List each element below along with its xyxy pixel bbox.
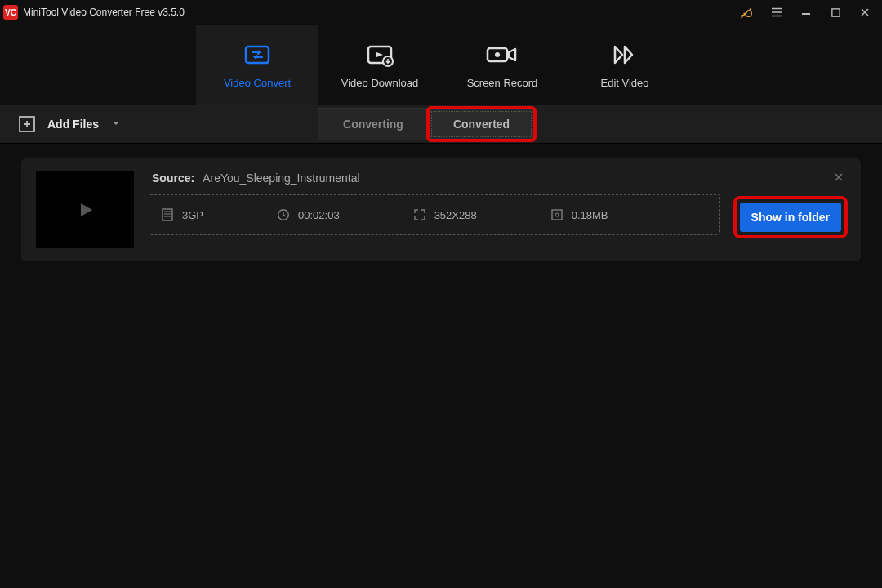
info-size: 0.18MB [550,208,608,221]
add-files-button[interactable]: Add Files [11,112,130,136]
convert-icon [241,41,274,69]
resolution-icon [413,208,426,221]
tab-converting[interactable]: Converting [318,108,429,140]
converted-item-card: Source: AreYou_Sleeping_Instrumental 3GP… [21,158,861,261]
info-resolution: 352X288 [413,208,477,221]
content-area: Source: AreYou_Sleeping_Instrumental 3GP… [0,144,882,276]
duration-value: 00:02:03 [298,209,340,221]
tab-edit-video[interactable]: Edit Video [564,24,686,105]
tab-video-download[interactable]: Video Download [318,24,441,105]
title-bar: VC MiniTool Video Converter Free v3.5.0 [0,0,882,24]
main-tab-bar: Video Convert Video Download Screen Reco… [0,24,882,105]
source-row: Source: AreYou_Sleeping_Instrumental [149,172,720,185]
record-icon [484,41,520,69]
resolution-value: 352X288 [434,209,477,221]
app-title: MiniTool Video Converter Free v3.5.0 [23,7,185,18]
tab-label: Edit Video [600,77,648,89]
svg-rect-8 [163,209,172,220]
remove-item-button[interactable] [833,172,846,185]
tab-screen-record[interactable]: Screen Record [441,24,564,105]
disk-icon [550,208,564,221]
svg-point-11 [555,213,559,216]
file-icon [161,208,174,221]
key-icon[interactable] [740,5,755,20]
edit-icon [610,41,639,69]
video-thumbnail[interactable] [36,172,134,248]
svg-point-6 [495,52,500,57]
tab-video-convert[interactable]: Video Convert [196,24,318,105]
svg-rect-1 [831,8,839,16]
size-value: 0.18MB [572,209,608,221]
source-filename: AreYou_Sleeping_Instrumental [203,172,360,185]
format-value: 3GP [182,209,203,221]
close-icon [833,172,844,183]
tab-label: Converting [343,118,403,131]
file-info-box: 3GP 00:02:03 352X288 0.18MB [149,194,720,235]
close-window-button[interactable] [858,5,872,20]
menu-icon[interactable] [769,5,784,20]
tab-converted[interactable]: Converted [428,108,535,140]
tab-label: Converted [453,118,510,131]
toolbar: Add Files Converting Converted [0,105,882,144]
download-icon [363,41,396,69]
show-in-folder-highlight: Show in folder [735,198,846,237]
source-label: Source: [152,172,194,185]
info-duration: 00:02:03 [277,208,340,221]
svg-point-0 [750,8,751,10]
play-icon [74,198,96,221]
app-logo-icon: VC [3,5,18,20]
sub-tab-bar: Converting Converted [318,108,535,140]
add-file-icon [18,115,36,133]
chevron-down-icon [110,118,123,131]
minimize-button[interactable] [799,5,813,20]
svg-rect-10 [552,210,562,220]
maximize-button[interactable] [828,5,843,20]
info-format: 3GP [161,208,203,221]
tab-label: Video Convert [224,77,291,89]
svg-rect-2 [246,47,269,63]
tab-label: Video Download [341,77,418,89]
tab-label: Screen Record [467,77,538,89]
clock-icon [277,208,290,221]
add-files-label: Add Files [47,118,99,131]
show-in-folder-button[interactable]: Show in folder [740,203,841,232]
